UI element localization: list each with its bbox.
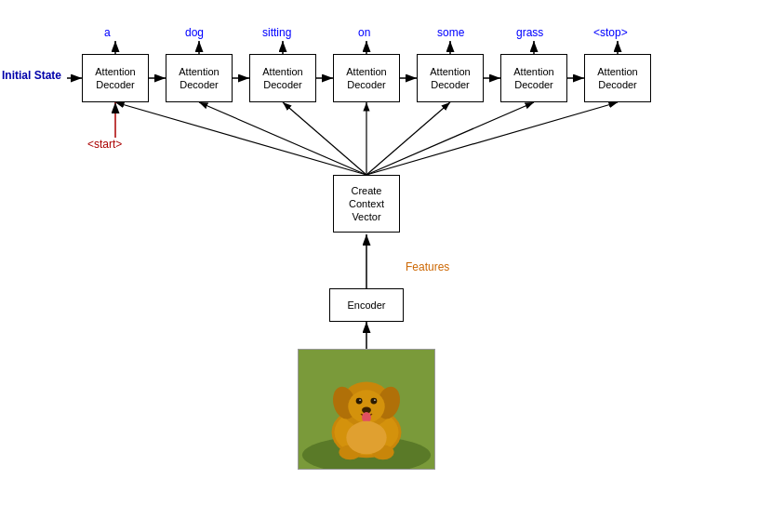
start-label: <start> (87, 138, 122, 151)
svg-line-20 (366, 102, 450, 175)
output-word-6: grass (516, 26, 543, 39)
decoder-5: AttentionDecoder (417, 54, 484, 102)
svg-point-36 (359, 399, 361, 401)
output-word-7: <stop> (593, 26, 628, 39)
svg-line-17 (199, 102, 366, 175)
encoder-box: Encoder (329, 288, 404, 322)
output-word-3: sitting (262, 26, 291, 39)
svg-line-16 (115, 102, 366, 175)
svg-line-21 (366, 102, 534, 175)
decoder-7: AttentionDecoder (584, 54, 651, 102)
svg-line-22 (366, 102, 618, 175)
decoder-4: AttentionDecoder (333, 54, 400, 102)
svg-point-37 (374, 399, 376, 401)
initial-state-label: Initial State (2, 69, 61, 82)
features-label: Features (406, 260, 449, 273)
svg-line-18 (283, 102, 366, 175)
dog-image (298, 349, 435, 470)
svg-point-42 (346, 421, 386, 455)
svg-point-35 (370, 398, 377, 405)
output-word-4: on (358, 26, 370, 39)
output-word-5: some (437, 26, 464, 39)
decoder-3: AttentionDecoder (249, 54, 316, 102)
diagram: Initial State AttentionDecoder Attention… (0, 0, 772, 532)
dog-svg (299, 349, 434, 470)
output-word-1: a (104, 26, 111, 39)
decoder-1: AttentionDecoder (82, 54, 149, 102)
svg-point-34 (356, 398, 363, 405)
decoder-2: AttentionDecoder (166, 54, 233, 102)
decoder-6: AttentionDecoder (500, 54, 567, 102)
output-word-2: dog (185, 26, 204, 39)
context-vector-box: CreateContextVector (333, 175, 400, 233)
